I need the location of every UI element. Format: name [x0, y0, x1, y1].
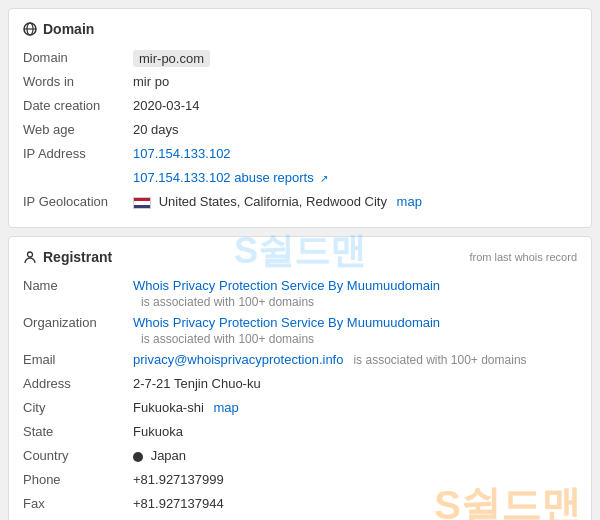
ip-address-row: IP Address 107.154.133.102 — [23, 143, 577, 167]
date-creation-label: Date creation — [23, 98, 133, 113]
domain-row: Domain mir-po.com — [23, 47, 577, 71]
registrant-header: Registrant from last whois record — [23, 249, 577, 265]
email-value: privacy@whoisprivacyprotection.info is a… — [133, 352, 577, 367]
state-value: Fukuoka — [133, 424, 577, 439]
address-row: Address 2-7-21 Tenjin Chuo-ku — [23, 373, 577, 397]
words-row: Words in mir po — [23, 71, 577, 95]
domain-section: Domain Domain mir-po.com Words in mir po… — [8, 8, 592, 228]
words-label: Words in — [23, 74, 133, 89]
city-value: Fukuoka-shi map — [133, 400, 577, 415]
name-value: Whois Privacy Protection Service By Muum… — [133, 278, 577, 309]
phone-row: Phone +81.927137999 — [23, 469, 577, 493]
geo-map-link[interactable]: map — [397, 194, 422, 209]
external-link-icon: ↗ — [320, 173, 328, 184]
registrant-title: Registrant — [23, 249, 112, 265]
fax-value: +81.927137944 — [133, 496, 577, 511]
country-label: Country — [23, 448, 133, 463]
svg-point-3 — [28, 252, 33, 257]
domain-label: Domain — [23, 50, 133, 65]
city-row: City Fukuoka-shi map — [23, 397, 577, 421]
date-creation-value: 2020-03-14 — [133, 98, 577, 113]
us-flag-icon — [133, 197, 151, 209]
fax-label: Fax — [23, 496, 133, 511]
org-label: Organization — [23, 315, 133, 330]
ip-address-value: 107.154.133.102 — [133, 146, 577, 161]
country-dot-icon — [133, 452, 143, 462]
name-associated: is associated with 100+ domains — [141, 295, 314, 309]
domain-icon — [23, 22, 37, 36]
email-row: Email privacy@whoisprivacyprotection.inf… — [23, 349, 577, 373]
abuse-value: 107.154.133.102 abuse reports ↗ — [133, 170, 577, 185]
fax-row: Fax +81.927137944 — [23, 493, 577, 517]
org-value: Whois Privacy Protection Service By Muum… — [133, 315, 577, 346]
words-value: mir po — [133, 74, 577, 89]
state-row: State Fukuoka — [23, 421, 577, 445]
date-creation-row: Date creation 2020-03-14 — [23, 95, 577, 119]
name-label: Name — [23, 278, 133, 293]
org-link[interactable]: Whois Privacy Protection Service By Muum… — [133, 315, 440, 330]
abuse-row: 107.154.133.102 abuse reports ↗ — [23, 167, 577, 191]
web-age-label: Web age — [23, 122, 133, 137]
ip-geo-value: United States, California, Redwood City … — [133, 194, 577, 209]
email-associated: is associated with 100+ domains — [353, 353, 526, 367]
country-row: Country Japan — [23, 445, 577, 469]
org-associated: is associated with 100+ domains — [141, 332, 314, 346]
state-label: State — [23, 424, 133, 439]
phone-value: +81.927137999 — [133, 472, 577, 487]
phone-label: Phone — [23, 472, 133, 487]
city-label: City — [23, 400, 133, 415]
domain-highlight: mir-po.com — [133, 50, 210, 67]
from-record-text: from last whois record — [469, 251, 577, 263]
ip-address-link[interactable]: 107.154.133.102 — [133, 146, 231, 161]
city-map-link[interactable]: map — [213, 400, 238, 415]
web-age-value: 20 days — [133, 122, 577, 137]
name-link[interactable]: Whois Privacy Protection Service By Muum… — [133, 278, 440, 293]
registrant-section: S쉴드맨 Registrant from last whois record N… — [8, 236, 592, 520]
email-label: Email — [23, 352, 133, 367]
domain-section-title: Domain — [23, 21, 577, 37]
web-age-row: Web age 20 days — [23, 119, 577, 143]
person-icon — [23, 250, 37, 264]
abuse-link[interactable]: 107.154.133.102 abuse reports ↗ — [133, 170, 328, 185]
ip-geo-label: IP Geolocation — [23, 194, 133, 209]
address-label: Address — [23, 376, 133, 391]
name-row: Name Whois Privacy Protection Service By… — [23, 275, 577, 312]
domain-value: mir-po.com — [133, 50, 577, 67]
country-value: Japan — [133, 448, 577, 463]
ip-address-label: IP Address — [23, 146, 133, 161]
org-row: Organization Whois Privacy Protection Se… — [23, 312, 577, 349]
email-link[interactable]: privacy@whoisprivacyprotection.info — [133, 352, 343, 367]
address-value: 2-7-21 Tenjin Chuo-ku — [133, 376, 577, 391]
ip-geo-row: IP Geolocation United States, California… — [23, 191, 577, 215]
